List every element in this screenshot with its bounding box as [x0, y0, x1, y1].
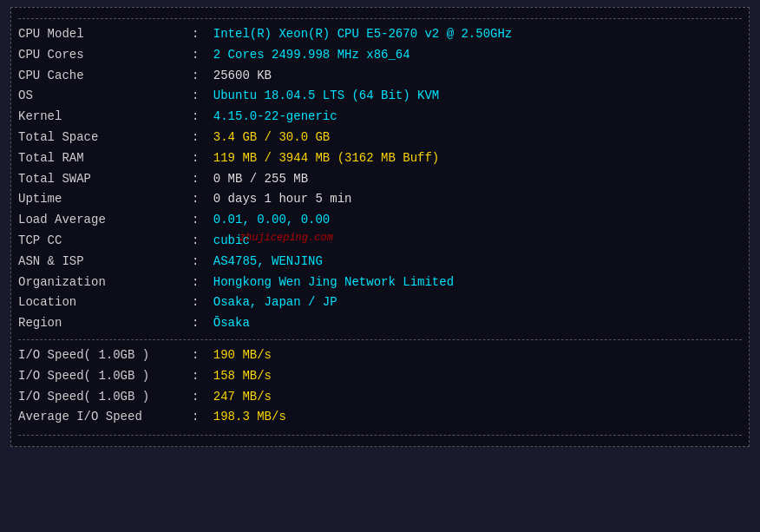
- row-label: CPU Model: [18, 24, 192, 45]
- row-label: ASN & ISP: [18, 252, 192, 273]
- info-row: Load Average: 0.01, 0.00, 0.00: [18, 210, 742, 231]
- row-value: Intel(R) Xeon(R) CPU E5-2670 v2 @ 2.50GH…: [213, 24, 512, 45]
- row-value: 119 MB / 3944 MB (3162 MB Buff): [213, 148, 439, 169]
- row-label: TCP CC: [18, 231, 192, 252]
- info-row: Kernel: 4.15.0-22-generic: [18, 107, 742, 128]
- row-label: CPU Cache: [18, 66, 192, 87]
- info-row: TCP CC: cubiczhujiceping.com: [18, 231, 742, 252]
- top-divider: [18, 18, 742, 19]
- info-row: OS: Ubuntu 18.04.5 LTS (64 Bit) KVM: [18, 86, 742, 107]
- io-row: I/O Speed( 1.0GB ): 190 MB/s: [18, 345, 742, 366]
- watermark-wrapper: cubiczhujiceping.com: [213, 231, 250, 252]
- io-row-label: I/O Speed( 1.0GB ): [18, 366, 192, 387]
- info-row: CPU Model: Intel(R) Xeon(R) CPU E5-2670 …: [18, 24, 742, 45]
- row-colon: :: [192, 210, 206, 231]
- io-row: I/O Speed( 1.0GB ): 247 MB/s: [18, 387, 742, 408]
- io-row-value: 190 MB/s: [213, 345, 272, 366]
- row-label: Organization: [18, 273, 192, 293]
- watermark-label: zhujiceping.com: [239, 229, 333, 246]
- io-row: Average I/O Speed: 198.3 MB/s: [18, 407, 742, 428]
- row-colon: :: [192, 313, 206, 334]
- info-row: CPU Cache: 25600 KB: [18, 66, 742, 87]
- row-colon: :: [192, 231, 206, 252]
- io-row-label: Average I/O Speed: [18, 407, 192, 428]
- row-value: 3.4 GB / 30.0 GB: [213, 128, 330, 148]
- row-value: 4.15.0-22-generic: [213, 107, 337, 128]
- info-row: Total RAM: 119 MB / 3944 MB (3162 MB Buf…: [18, 148, 742, 169]
- io-row-value: 198.3 MB/s: [213, 407, 286, 428]
- middle-divider: [18, 339, 742, 340]
- row-colon: :: [192, 252, 206, 273]
- info-row: Total SWAP: 0 MB / 255 MB: [18, 169, 742, 190]
- row-label: Region: [18, 313, 192, 334]
- info-row: Uptime: 0 days 1 hour 5 min: [18, 189, 742, 210]
- io-row: I/O Speed( 1.0GB ): 158 MB/s: [18, 366, 742, 387]
- row-value: Hongkong Wen Jing Network Limited: [213, 273, 454, 293]
- io-speed-section: I/O Speed( 1.0GB ): 190 MB/sI/O Speed( 1…: [18, 345, 742, 428]
- row-value: 0.01, 0.00, 0.00: [213, 210, 330, 231]
- row-colon: :: [192, 292, 206, 313]
- row-value: 2 Cores 2499.998 MHz x86_64: [213, 45, 410, 66]
- io-row-colon: :: [192, 345, 206, 366]
- io-row-colon: :: [192, 366, 206, 387]
- info-row: Region: Ōsaka: [18, 313, 742, 334]
- info-row: Organization: Hongkong Wen Jing Network …: [18, 273, 742, 293]
- row-colon: :: [192, 189, 206, 210]
- row-value: 0 days 1 hour 5 min: [213, 189, 352, 210]
- info-row: Location: Osaka, Japan / JP: [18, 292, 742, 313]
- io-row-colon: :: [192, 407, 206, 428]
- row-colon: :: [192, 66, 206, 87]
- row-colon: :: [192, 169, 206, 190]
- terminal-container: CPU Model: Intel(R) Xeon(R) CPU E5-2670 …: [10, 7, 750, 447]
- info-row: ASN & ISP: AS4785, WENJING: [18, 252, 742, 273]
- info-row: Total Space: 3.4 GB / 30.0 GB: [18, 128, 742, 148]
- row-value: 25600 KB: [213, 66, 272, 87]
- row-value: Ōsaka: [213, 313, 250, 334]
- io-row-value: 158 MB/s: [213, 366, 272, 387]
- io-row-value: 247 MB/s: [213, 387, 272, 408]
- row-colon: :: [192, 86, 206, 107]
- row-label: OS: [18, 86, 192, 107]
- row-label: Total SWAP: [18, 169, 192, 190]
- io-row-label: I/O Speed( 1.0GB ): [18, 387, 192, 408]
- io-row-colon: :: [192, 387, 206, 408]
- row-colon: :: [192, 273, 206, 293]
- row-colon: :: [192, 45, 206, 66]
- row-label: Location: [18, 292, 192, 313]
- row-label: Kernel: [18, 107, 192, 128]
- row-colon: :: [192, 107, 206, 128]
- bottom-divider: [18, 435, 742, 436]
- row-label: Uptime: [18, 189, 192, 210]
- row-value: Ubuntu 18.04.5 LTS (64 Bit) KVM: [213, 86, 439, 107]
- row-value: cubiczhujiceping.com: [213, 231, 250, 252]
- row-value: AS4785, WENJING: [213, 252, 323, 273]
- row-value: 0 MB / 255 MB: [213, 169, 308, 190]
- row-label: Load Average: [18, 210, 192, 231]
- row-value: Osaka, Japan / JP: [213, 292, 337, 313]
- row-label: Total Space: [18, 128, 192, 148]
- row-label: Total RAM: [18, 148, 192, 169]
- info-row: CPU Cores: 2 Cores 2499.998 MHz x86_64: [18, 45, 742, 66]
- row-label: CPU Cores: [18, 45, 192, 66]
- system-info-section: CPU Model: Intel(R) Xeon(R) CPU E5-2670 …: [18, 24, 742, 334]
- io-row-label: I/O Speed( 1.0GB ): [18, 345, 192, 366]
- row-colon: :: [192, 128, 206, 148]
- row-colon: :: [192, 148, 206, 169]
- row-colon: :: [192, 24, 206, 45]
